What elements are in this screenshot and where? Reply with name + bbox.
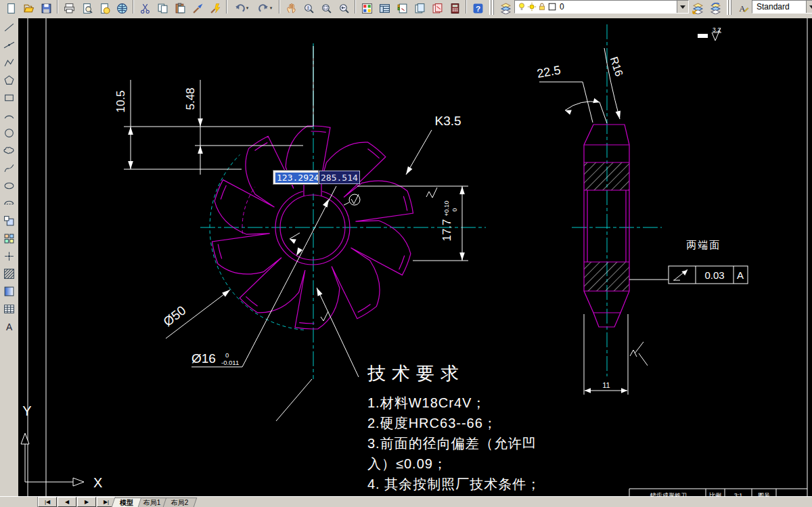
gradient-button[interactable] bbox=[1, 283, 18, 299]
help-button[interactable]: ? bbox=[469, 0, 487, 16]
dynamic-input-x[interactable]: 123.2924 bbox=[273, 171, 318, 184]
undo-icon bbox=[234, 3, 246, 14]
web-publish-button[interactable] bbox=[113, 0, 131, 16]
save-icon bbox=[41, 3, 52, 14]
copy-button[interactable] bbox=[154, 0, 171, 16]
rectangle-icon bbox=[3, 92, 15, 104]
tab-nav-previous-button[interactable]: ◀ bbox=[58, 497, 76, 507]
layer-color-icon[interactable] bbox=[547, 2, 557, 12]
roughness-value: 3.2 bbox=[713, 26, 721, 33]
undo-button[interactable]: ▾ bbox=[229, 0, 253, 16]
dynamic-input-x-value: 123.2924 bbox=[275, 173, 321, 183]
publish-button[interactable] bbox=[95, 0, 113, 16]
ellipse-arc-button[interactable] bbox=[1, 195, 18, 211]
properties-button[interactable] bbox=[358, 0, 376, 16]
layer-states-icon bbox=[692, 3, 704, 14]
paste-icon bbox=[175, 3, 186, 14]
layer-states-button[interactable] bbox=[689, 0, 706, 16]
save-button[interactable] bbox=[37, 0, 55, 16]
layer-combo-dropdown-arrow[interactable] bbox=[677, 1, 688, 13]
layer-freeze-icon[interactable] bbox=[527, 2, 537, 12]
line-icon bbox=[3, 22, 15, 33]
make-block-button[interactable] bbox=[1, 230, 18, 246]
pan-button[interactable] bbox=[282, 0, 300, 16]
construction-line-icon bbox=[3, 39, 15, 51]
layer-on-icon[interactable] bbox=[517, 2, 526, 12]
sheet-set-manager-button[interactable] bbox=[411, 0, 428, 16]
dynamic-input-y[interactable]: 285.514 bbox=[319, 171, 360, 184]
insert-block-button[interactable] bbox=[1, 213, 18, 229]
rectangle-button[interactable] bbox=[1, 89, 18, 106]
design-center-button[interactable] bbox=[376, 0, 393, 16]
markup-set-manager-icon bbox=[432, 3, 443, 14]
datum-label: A bbox=[737, 269, 744, 281]
quick-match-icon bbox=[210, 3, 221, 14]
tech-req-title: 技术要求 bbox=[367, 361, 597, 386]
ellipse-button[interactable] bbox=[1, 177, 18, 194]
layer-previous-icon bbox=[710, 3, 721, 14]
toolbar-separator bbox=[466, 0, 467, 14]
drawing-canvas[interactable]: 10.5 5.48 K3.5 17.7 +0.10 0 Ø50 Ø16 0 -0… bbox=[18, 18, 812, 497]
text-style-combo[interactable]: Standard bbox=[752, 0, 812, 14]
new-button[interactable] bbox=[2, 0, 20, 16]
pan-icon bbox=[286, 3, 297, 14]
quick-match-button[interactable] bbox=[206, 0, 224, 16]
tab-模型[interactable]: 模型 bbox=[112, 498, 142, 507]
hatch-icon bbox=[3, 268, 15, 280]
toolbar-grip[interactable] bbox=[489, 0, 494, 15]
dimension-texts: 10.5 5.48 K3.5 17.7 +0.10 0 Ø50 Ø16 0 -0… bbox=[114, 26, 744, 389]
hatch-button[interactable] bbox=[1, 265, 18, 282]
print-icon bbox=[64, 3, 75, 14]
arc-icon bbox=[3, 110, 15, 121]
line-button[interactable] bbox=[1, 19, 18, 35]
dim-17-7: 17.7 bbox=[441, 219, 453, 241]
tab-nav-next-button[interactable]: ▶ bbox=[77, 497, 96, 507]
print-button[interactable] bbox=[60, 0, 78, 16]
multiline-text-button[interactable]: A bbox=[1, 318, 18, 334]
match-properties-button[interactable] bbox=[189, 0, 206, 16]
print-preview-button[interactable] bbox=[78, 0, 95, 16]
zoom-previous-button[interactable] bbox=[335, 0, 353, 16]
tool-palettes-button[interactable] bbox=[393, 0, 411, 16]
table-button[interactable] bbox=[1, 301, 18, 317]
layer-combo[interactable]: 0 bbox=[514, 0, 689, 14]
centerlines bbox=[200, 24, 662, 379]
tool-palettes-icon bbox=[397, 3, 408, 14]
open-icon bbox=[23, 3, 35, 14]
redo-button[interactable]: ▾ bbox=[253, 0, 277, 16]
paste-button[interactable] bbox=[171, 0, 189, 16]
layer-previous-button[interactable] bbox=[706, 0, 724, 16]
spline-icon bbox=[3, 162, 15, 174]
layer-lock-icon[interactable] bbox=[537, 2, 547, 12]
dim-10-5: 10.5 bbox=[114, 90, 127, 112]
open-button[interactable] bbox=[20, 0, 37, 16]
construction-line-button[interactable] bbox=[1, 37, 18, 53]
point-button[interactable] bbox=[1, 248, 18, 264]
zoom-realtime-button[interactable]: ± bbox=[300, 0, 317, 16]
arc-button[interactable] bbox=[1, 107, 18, 123]
text-style-button[interactable]: A bbox=[734, 0, 752, 16]
tab-布局2[interactable]: 布局2 bbox=[162, 498, 196, 507]
polygon-icon bbox=[3, 74, 15, 86]
zoom-previous-icon bbox=[338, 3, 350, 14]
toolbar-grip[interactable] bbox=[727, 0, 731, 15]
dim-dia50: Ø50 bbox=[160, 303, 188, 330]
text-style-combo-dropdown-arrow[interactable] bbox=[806, 1, 812, 13]
zoom-window-button[interactable] bbox=[317, 0, 335, 16]
redo-icon bbox=[258, 3, 269, 14]
polygon-button[interactable] bbox=[1, 72, 18, 88]
spline-button[interactable] bbox=[1, 160, 18, 176]
polyline-button[interactable] bbox=[1, 54, 18, 70]
tech-req-line: 3.前面的径向偏差（允许凹 bbox=[367, 433, 597, 454]
layer-properties-button[interactable] bbox=[497, 0, 514, 16]
circle-button[interactable] bbox=[1, 125, 18, 141]
multiline-text-icon: A bbox=[3, 321, 15, 332]
markup-set-manager-button[interactable] bbox=[428, 0, 446, 16]
tab-nav-first-button[interactable]: |◀ bbox=[38, 497, 57, 507]
dim-dia16-lower-tol: -0.011 bbox=[221, 359, 239, 366]
quick-calc-button[interactable] bbox=[446, 0, 464, 16]
cut-button[interactable] bbox=[136, 0, 154, 16]
revision-cloud-button[interactable] bbox=[1, 142, 18, 158]
ellipse-icon bbox=[3, 180, 15, 192]
dim-width-11: 11 bbox=[602, 381, 610, 389]
